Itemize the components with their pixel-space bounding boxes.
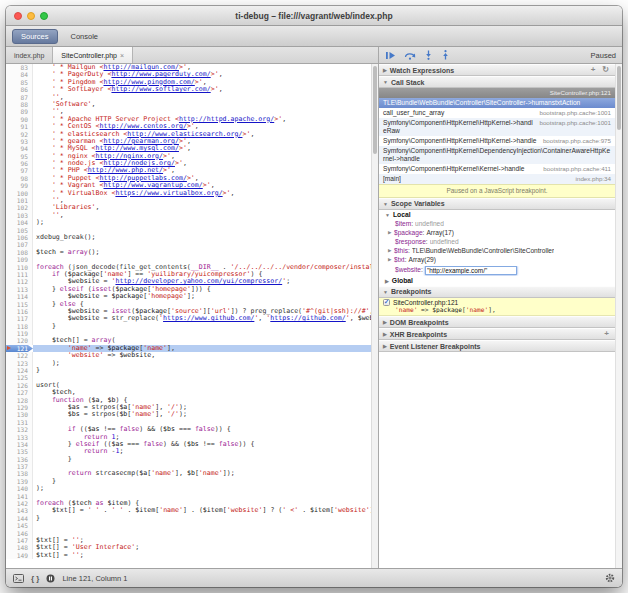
code-line[interactable]: $tech, [33,389,371,396]
call-stack-frame[interactable]: bootstrap.php.cache:975Symfony\Component… [379,136,615,146]
settings-gear-icon[interactable] [605,573,615,583]
line-number[interactable]: 120 [6,337,33,344]
line-number[interactable]: 86 [6,86,33,93]
code-line[interactable]: function ($a, $b) { [33,397,371,404]
code-line[interactable] [33,530,371,537]
variable-row[interactable]: $item:undefined [379,220,615,229]
line-number[interactable]: 94 [6,145,33,152]
file-tab-sitecontroller-php[interactable]: SiteController.php × [53,47,133,63]
close-tab-icon[interactable]: × [120,52,124,59]
code-line[interactable]: $tech = array(); [33,249,371,256]
line-number[interactable]: 100 [6,190,33,197]
line-number[interactable]: 123 [6,360,33,367]
variable-row[interactable]: ▶$package:Array(17) [379,229,615,238]
scope-group-local[interactable]: ▼Local [379,210,615,220]
code-line[interactable]: } [33,367,371,374]
code-line[interactable]: ' * Pingdom <http://www.pingdom.com/>', [33,79,371,86]
editor-scrollbar-thumb[interactable] [373,66,377,154]
editor-scrollbar[interactable] [371,64,378,568]
code-line[interactable]: xdebug_break(); [33,234,371,241]
scope-group-global[interactable]: ▶Global [379,276,615,286]
resume-icon[interactable] [385,51,396,60]
line-number[interactable]: 114 [6,293,33,300]
code-line[interactable]: 'Software', [33,101,371,108]
section-watch-expressions[interactable]: ▶ Watch Expressions + ↻ [379,64,615,76]
line-number[interactable]: 112 [6,278,33,285]
variable-row[interactable]: ▶$this:TLE\Bundle\WebBundle\Controller\S… [379,247,615,256]
code-line[interactable]: } [33,456,371,463]
variable-row[interactable]: ▶$txt:Array(29) [379,256,615,265]
line-number[interactable]: 134 [6,441,33,448]
console-toggle-icon[interactable] [13,574,24,583]
line-number[interactable]: 125 [6,374,33,381]
line-number[interactable]: 132 [6,426,33,433]
line-number[interactable]: 136 [6,456,33,463]
code-line[interactable]: $txt[] = ''; [33,537,371,544]
line-number[interactable]: 115 [6,301,33,308]
section-scope-variables[interactable]: ▼ Scope Variables [379,198,615,210]
code-line[interactable]: } elseif (($as === false) && ($bs !== fa… [33,441,371,448]
breakpoint-item[interactable]: SiteController.php:121'name' => $package… [379,298,615,317]
section-dom-breakpoints[interactable]: ▶ DOM Breakpoints [379,316,615,328]
code-line[interactable]: return 1; [33,434,371,441]
code-line[interactable]: ' * Puppet <http://puppetlabs.com/>', [33,175,371,182]
line-number[interactable]: 98 [6,175,33,182]
line-number[interactable]: 129 [6,404,33,411]
code-line[interactable]: if (($as !== false) && ($bs === false)) … [33,426,371,433]
code-line[interactable]: ' * CentOS <http://www.centos.org/>', [33,123,371,130]
line-number[interactable]: 110 [6,264,33,271]
line-number[interactable]: 147 [6,537,33,544]
code-line[interactable]: ' * gearman <http://gearman.org/>', [33,138,371,145]
code-line[interactable] [33,522,371,529]
code-line[interactable]: ' * Apache HTTP Server Project <http://h… [33,116,371,123]
line-number[interactable]: 117 [6,315,33,322]
variable-value-editor[interactable] [425,266,517,275]
line-number[interactable]: 143 [6,507,33,514]
add-xhr-breakpoint-icon[interactable]: + [602,331,611,337]
code-line[interactable]: '', [33,108,371,115]
code-line[interactable]: '', [33,94,371,101]
line-number[interactable]: 130 [6,411,33,418]
line-number[interactable]: 131 [6,419,33,426]
code-line[interactable]: '', [33,212,371,219]
code-line[interactable] [33,227,371,234]
line-number[interactable]: 121 [6,345,33,352]
line-number[interactable]: 144 [6,515,33,522]
code-line[interactable]: $website = str_replace('https://www.gith… [33,315,371,322]
line-number[interactable]: 118 [6,323,33,330]
line-number[interactable]: 84 [6,71,33,78]
step-into-icon[interactable] [424,50,433,60]
line-number[interactable]: 90 [6,116,33,123]
line-number[interactable]: 133 [6,434,33,441]
code-line[interactable]: $website = $package['homepage']; [33,293,371,300]
code-line[interactable]: $txt[] = 'User Interface'; [33,544,371,551]
line-number[interactable]: 93 [6,138,33,145]
code-line[interactable] [33,256,371,263]
line-number[interactable]: 101 [6,197,33,204]
code-line[interactable]: $website = isset($package['source']['url… [33,308,371,315]
line-number[interactable]: 108 [6,249,33,256]
line-number[interactable]: 96 [6,160,33,167]
line-number[interactable]: 135 [6,448,33,455]
line-number[interactable]: 102 [6,204,33,211]
code-line[interactable]: ' * Mailgun <http://mailgun.com/>', [33,64,371,71]
code-line[interactable]: } [33,478,371,485]
line-number[interactable]: 103 [6,212,33,219]
line-number[interactable]: 128 [6,397,33,404]
refresh-watch-icon[interactable]: ↻ [600,67,611,73]
section-call-stack[interactable]: ▼ Call Stack [379,76,615,88]
code-line[interactable]: 'Libraries', [33,204,371,211]
line-number[interactable]: 141 [6,493,33,500]
code-line[interactable]: ' * elasticsearch <http://www.elasticsea… [33,131,371,138]
call-stack-frame[interactable]: SiteController.php:121TLE\Bundle\WebBund… [379,88,615,108]
code-line[interactable]: ); [33,485,371,492]
line-number[interactable]: 139 [6,478,33,485]
add-watch-icon[interactable]: + [589,67,598,73]
call-stack-frame[interactable]: bootstrap.php.cache:1001Symfony\Componen… [379,118,615,136]
code-line[interactable] [33,493,371,500]
line-number[interactable]: 104 [6,219,33,226]
line-number[interactable]: 87 [6,94,33,101]
line-number[interactable]: 83 [6,64,33,71]
line-number[interactable]: 88 [6,101,33,108]
line-number[interactable]: 89 [6,108,33,115]
